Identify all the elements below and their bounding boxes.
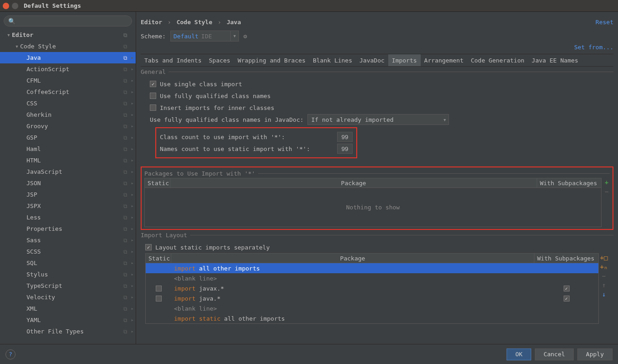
scheme-label: Scheme: bbox=[141, 33, 166, 40]
table-row[interactable]: import java.* bbox=[146, 293, 598, 303]
scheme-select[interactable]: Default IDE ▾ bbox=[170, 31, 239, 42]
chk-insert-inner[interactable]: Insert imports for inner classes bbox=[150, 102, 609, 114]
sidebar-item-yaml[interactable]: YAML⧉▸ bbox=[0, 314, 136, 326]
class-count-input[interactable] bbox=[337, 132, 353, 142]
table-row[interactable]: <blank line> bbox=[146, 303, 598, 313]
tab-blank-lines[interactable]: Blank Lines bbox=[309, 54, 356, 66]
sidebar-item-xml[interactable]: XML⧉▸ bbox=[0, 303, 136, 314]
remove-icon[interactable]: − bbox=[605, 188, 608, 195]
tab-wrapping-and-braces[interactable]: Wrapping and Braces bbox=[234, 54, 309, 66]
sidebar-item-groovy[interactable]: Groovy⧉▸ bbox=[0, 120, 136, 132]
ok-button[interactable]: OK bbox=[507, 348, 531, 360]
tree-label: Editor bbox=[12, 31, 33, 38]
sidebar-item-sass[interactable]: Sass⧉▸ bbox=[0, 234, 136, 246]
col-package[interactable]: Package bbox=[170, 178, 537, 187]
chk-layout-static[interactable]: Layout static imports separately bbox=[145, 241, 609, 253]
checkbox-icon[interactable] bbox=[156, 286, 162, 291]
fq-javadoc-select[interactable]: If not already imported ▾ bbox=[307, 114, 449, 125]
table-row[interactable]: import static all other imports bbox=[146, 313, 598, 323]
table-row[interactable]: <blank line> bbox=[146, 273, 598, 283]
sidebar-item-gsp[interactable]: GSP⧉▸ bbox=[0, 132, 136, 143]
settings-tree[interactable]: ▾ Editor ⧉ ▾ Code Style ⧉ Java⧉▸ActionSc… bbox=[0, 29, 136, 344]
tree-code-style[interactable]: ▾ Code Style ⧉ bbox=[0, 41, 136, 52]
chevron-right-icon: ▸ bbox=[131, 180, 134, 186]
help-button[interactable]: ? bbox=[5, 349, 16, 359]
sidebar-item-jspx[interactable]: JSPX⧉▸ bbox=[0, 200, 136, 212]
sidebar-item-velocity[interactable]: Velocity⧉▸ bbox=[0, 291, 136, 303]
sidebar-item-coffeescript[interactable]: CoffeeScript⧉▸ bbox=[0, 86, 136, 98]
tab-code-generation[interactable]: Code Generation bbox=[467, 54, 528, 66]
names-count-label: Names count to use static import with '*… bbox=[160, 146, 310, 152]
apply-button[interactable]: Apply bbox=[577, 348, 613, 360]
chevron-down-icon[interactable]: ▾ bbox=[230, 31, 238, 41]
cancel-button[interactable]: Cancel bbox=[535, 348, 574, 360]
set-from-link[interactable]: Set from... bbox=[574, 44, 613, 51]
move-down-icon[interactable]: ↓ bbox=[602, 291, 606, 298]
checkbox-icon[interactable] bbox=[564, 286, 570, 291]
sidebar-item-javascript[interactable]: JavaScript⧉▸ bbox=[0, 166, 136, 177]
chk-use-single[interactable]: Use single class import bbox=[150, 78, 609, 90]
sidebar-item-json[interactable]: JSON⧉▸ bbox=[0, 177, 136, 189]
add-blank-icon[interactable]: +ₙ bbox=[600, 263, 608, 270]
checkbox-icon[interactable] bbox=[150, 93, 156, 99]
remove-icon[interactable]: − bbox=[602, 272, 606, 280]
sidebar-item-properties[interactable]: Properties⧉▸ bbox=[0, 223, 136, 234]
add-icon[interactable]: + bbox=[605, 179, 608, 186]
tree-editor[interactable]: ▾ Editor ⧉ bbox=[0, 29, 136, 41]
sidebar-item-scss[interactable]: SCSS⧉▸ bbox=[0, 246, 136, 257]
sidebar-item-gherkin[interactable]: Gherkin⧉▸ bbox=[0, 109, 136, 120]
sidebar-item-haml[interactable]: Haml⧉▸ bbox=[0, 143, 136, 155]
sidebar-item-jsp[interactable]: JSP⧉▸ bbox=[0, 189, 136, 200]
sidebar-item-sql[interactable]: SQL⧉▸ bbox=[0, 257, 136, 269]
window-close-button[interactable] bbox=[3, 3, 9, 9]
checkbox-icon[interactable] bbox=[145, 244, 152, 250]
tree-label: JavaScript bbox=[26, 168, 62, 175]
tree-label: HTML bbox=[26, 157, 41, 164]
sidebar-item-actionscript[interactable]: ActionScript⧉▸ bbox=[0, 63, 136, 75]
table-row[interactable]: import all other imports bbox=[146, 263, 598, 273]
packages-star-sidebuttons: + − bbox=[602, 178, 612, 227]
move-up-icon[interactable]: ↑ bbox=[602, 281, 606, 289]
col-sub[interactable]: With Subpackages bbox=[537, 178, 601, 187]
table-row[interactable]: import javax.* bbox=[146, 283, 598, 293]
reset-link[interactable]: Reset bbox=[596, 19, 613, 26]
checkbox-icon[interactable] bbox=[150, 81, 156, 87]
chevron-right-icon: ▸ bbox=[131, 146, 134, 152]
import-layout-table[interactable]: Static Package With Subpackages import a… bbox=[145, 253, 599, 324]
add-package-icon[interactable]: +□ bbox=[600, 254, 608, 261]
sidebar-item-other-file-types[interactable]: Other File Types⧉▸ bbox=[0, 326, 136, 337]
window-minimize-button[interactable] bbox=[12, 3, 18, 9]
sidebar-item-cfml[interactable]: CFML⧉▸ bbox=[0, 75, 136, 86]
chk-use-fq[interactable]: Use fully qualified class names bbox=[150, 90, 609, 102]
col-sub[interactable]: With Subpackages bbox=[534, 254, 598, 263]
gear-icon[interactable]: ⚙ bbox=[243, 33, 247, 40]
checkbox-icon[interactable] bbox=[564, 296, 570, 302]
main-area: 🔍 ▾ Editor ⧉ ▾ Code Style ⧉ Java⧉▸Action… bbox=[0, 12, 618, 344]
chevron-right-icon: ▸ bbox=[131, 100, 134, 106]
checkbox-icon[interactable] bbox=[156, 296, 162, 302]
tab-spaces[interactable]: Spaces bbox=[205, 54, 234, 66]
sidebar-item-less[interactable]: Less⧉▸ bbox=[0, 212, 136, 223]
footer: ? OK Cancel Apply bbox=[0, 344, 618, 364]
tree-label: Less bbox=[26, 214, 41, 221]
search-input[interactable] bbox=[4, 16, 132, 26]
tab-arrangement[interactable]: Arrangement bbox=[421, 54, 467, 66]
sidebar-item-java[interactable]: Java⧉▸ bbox=[0, 52, 136, 63]
crumb-java[interactable]: Java bbox=[227, 19, 241, 26]
sidebar-item-stylus[interactable]: Stylus⧉▸ bbox=[0, 269, 136, 280]
sidebar-item-css[interactable]: CSS⧉▸ bbox=[0, 98, 136, 109]
col-static[interactable]: Static bbox=[146, 254, 171, 263]
col-static[interactable]: Static bbox=[145, 178, 170, 187]
sidebar-item-typescript[interactable]: TypeScript⧉▸ bbox=[0, 280, 136, 291]
sidebar-item-html[interactable]: HTML⧉▸ bbox=[0, 155, 136, 166]
packages-star-table[interactable]: Static Package With Subpackages Nothing … bbox=[144, 178, 602, 227]
col-package[interactable]: Package bbox=[171, 254, 534, 263]
crumb-code-style[interactable]: Code Style bbox=[176, 19, 212, 26]
checkbox-icon[interactable] bbox=[150, 104, 156, 111]
tab-javadoc[interactable]: JavaDoc bbox=[356, 54, 388, 66]
tab-tabs-and-indents[interactable]: Tabs and Indents bbox=[141, 54, 205, 66]
tab-imports[interactable]: Imports bbox=[388, 54, 421, 66]
names-count-input[interactable] bbox=[337, 144, 353, 154]
crumb-editor[interactable]: Editor bbox=[141, 19, 162, 26]
tab-java-ee-names[interactable]: Java EE Names bbox=[528, 54, 582, 66]
